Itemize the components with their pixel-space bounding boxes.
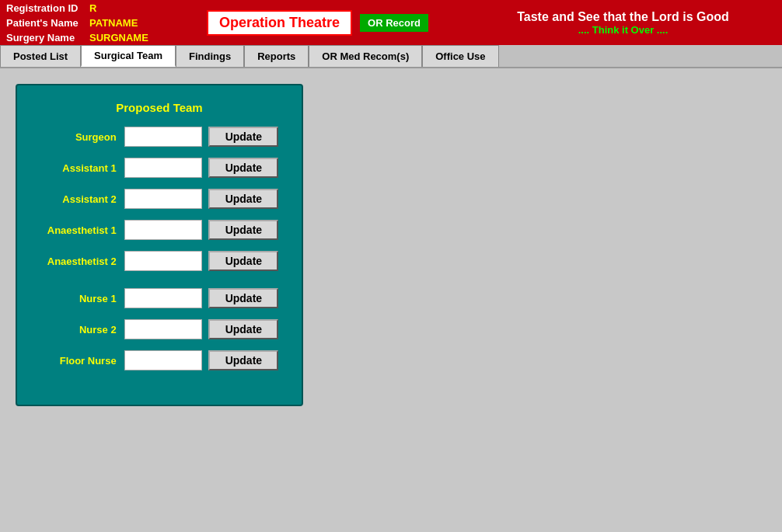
team-panel: Proposed Team Surgeon Update Assistant 1… [16,84,303,406]
assistant1-label: Assistant 1 [40,162,124,174]
nurse1-row: Nurse 1 Update [40,288,278,308]
anaesthetist2-row: Anaesthetist 2 Update [40,251,278,271]
nurse1-label: Nurse 1 [40,293,124,304]
tab-office-use[interactable]: Office Use [422,45,498,67]
nurse1-update-button[interactable]: Update [208,288,278,308]
nurse2-input[interactable] [124,319,202,339]
anaesthetist1-update-button[interactable]: Update [208,220,278,240]
header-center: Operation Theatre OR Record [171,0,464,45]
nurse2-label: Nurse 2 [40,324,124,336]
floor-nurse-row: Floor Nurse Update [40,350,278,370]
header-left: Registration ID R Patient's Name PATNAME… [0,0,171,45]
tab-or-med-recom[interactable]: OR Med Recom(s) [309,45,422,67]
tab-reports[interactable]: Reports [244,45,309,67]
op-theatre-button[interactable]: Operation Theatre [207,10,352,36]
floor-nurse-label: Floor Nurse [40,355,124,367]
main-content: Proposed Team Surgeon Update Assistant 1… [0,68,782,532]
reg-id-value: R [88,2,98,14]
surgery-name-value: SURGNAME [88,32,150,43]
tab-surgical-team[interactable]: Surgical Team [81,45,176,67]
assistant1-row: Assistant 1 Update [40,158,278,178]
assistant2-row: Assistant 2 Update [40,189,278,209]
panel-title: Proposed Team [40,101,278,114]
surgeon-input[interactable] [124,127,202,147]
surgeon-update-button[interactable]: Update [208,127,278,147]
nurse2-row: Nurse 2 Update [40,319,278,339]
nurse1-input[interactable] [124,288,202,308]
surgeon-row: Surgeon Update [40,127,278,147]
anaesthetist1-label: Anaesthetist 1 [40,224,124,236]
or-record-button[interactable]: OR Record [360,14,428,32]
anaesthetist2-update-button[interactable]: Update [208,251,278,271]
patient-name-label: Patient's Name [6,17,88,29]
assistant2-input[interactable] [124,189,202,209]
floor-nurse-update-button[interactable]: Update [208,350,278,370]
header-right: Taste and See that the Lord is Good ....… [464,0,782,45]
surgeon-label: Surgeon [40,131,124,143]
reg-id-label: Registration ID [6,2,88,14]
nurse2-update-button[interactable]: Update [208,319,278,339]
assistant2-update-button[interactable]: Update [208,189,278,209]
assistant2-label: Assistant 2 [40,193,124,205]
floor-nurse-input[interactable] [124,350,202,370]
anaesthetist1-input[interactable] [124,220,202,240]
tab-findings[interactable]: Findings [176,45,244,67]
tab-posted-list[interactable]: Posted List [0,45,81,67]
anaesthetist2-label: Anaesthetist 2 [40,256,124,267]
anaesthetist1-row: Anaesthetist 1 Update [40,220,278,240]
patient-name-value: PATNAME [88,17,139,29]
header: Registration ID R Patient's Name PATNAME… [0,0,782,45]
assistant1-input[interactable] [124,158,202,178]
assistant1-update-button[interactable]: Update [208,158,278,178]
anaesthetist2-input[interactable] [124,251,202,271]
motto-text: Taste and See that the Lord is Good [517,10,729,24]
surgery-name-label: Surgery Name [6,32,88,43]
sub-motto-text: .... Think it Over .... [578,24,669,36]
tab-bar: Posted List Surgical Team Findings Repor… [0,45,782,68]
